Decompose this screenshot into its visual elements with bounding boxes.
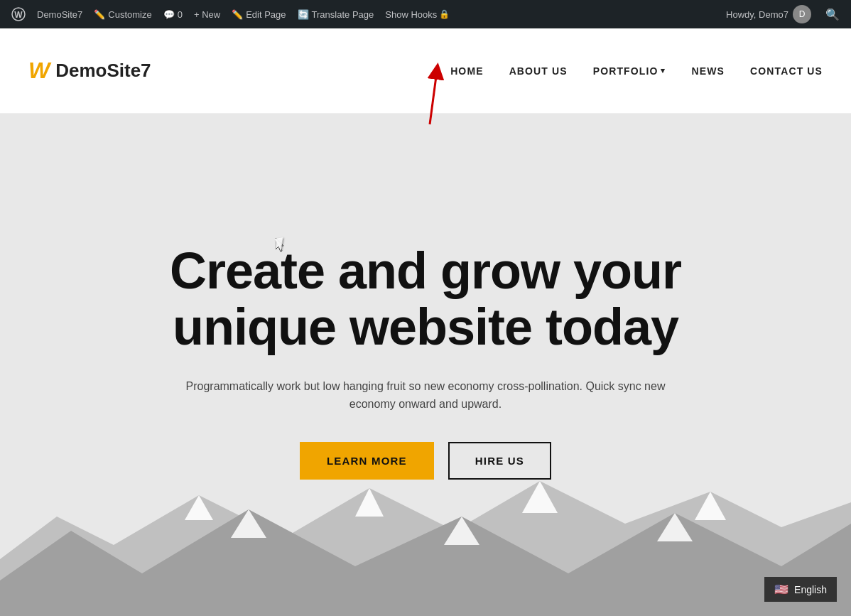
main-nav: HOME ABOUT US PORTFOLIO ▾ NEWS CONTACT U… — [450, 65, 823, 77]
language-label: English — [794, 584, 827, 595]
admin-bar-right: Howdy, Demo7 D 🔍 — [720, 0, 845, 28]
hero-section: Create and grow your unique website toda… — [0, 114, 851, 616]
hero-title: Create and grow your unique website toda… — [170, 243, 681, 355]
show-hooks-link[interactable]: Show Hooks 🔒 — [379, 0, 455, 28]
svg-text:W: W — [14, 10, 23, 20]
translate-page-link[interactable]: 🔄 Translate Page — [292, 0, 380, 28]
comments-link[interactable]: 💬 0 — [158, 0, 188, 28]
nav-news[interactable]: NEWS — [692, 65, 725, 77]
site-name-text: DemoSite7 — [37, 9, 82, 20]
howdy-menu[interactable]: Howdy, Demo7 D — [720, 0, 817, 28]
customize-link[interactable]: ✏️ Customize — [88, 0, 157, 28]
wp-logo[interactable]: W — [6, 0, 31, 28]
site-logo[interactable]: W DemoSite7 — [28, 58, 151, 84]
learn-more-button[interactable]: LEARN MORE — [300, 442, 434, 480]
site-name-link[interactable]: DemoSite7 — [31, 0, 88, 28]
portfolio-chevron-icon: ▾ — [661, 66, 666, 75]
lock-icon: 🔒 — [439, 9, 450, 19]
nav-about-us[interactable]: ABOUT US — [509, 65, 568, 77]
edit-page-link[interactable]: ✏️ Edit Page — [226, 0, 291, 28]
avatar: D — [793, 5, 811, 23]
hire-us-button[interactable]: HIRE US — [448, 442, 551, 480]
site-header: W DemoSite7 HOME ABOUT US PORTFOLIO ▾ NE… — [0, 28, 851, 114]
customize-icon: ✏️ — [94, 9, 105, 20]
admin-bar: W DemoSite7 ✏️ Customize 💬 0 + New ✏️ Ed… — [0, 0, 851, 28]
hero-subtitle: Programmatically work but low hanging fr… — [177, 377, 674, 414]
comments-icon: 💬 — [163, 9, 175, 20]
main-area: W DemoSite7 HOME ABOUT US PORTFOLIO ▾ NE… — [0, 28, 851, 616]
translate-icon: 🔄 — [298, 9, 309, 20]
hero-buttons: LEARN MORE HIRE US — [170, 442, 681, 480]
language-switcher[interactable]: 🇺🇸 English — [764, 577, 837, 602]
edit-icon: ✏️ — [232, 9, 243, 20]
flag-icon: 🇺🇸 — [774, 583, 788, 596]
logo-w-icon: W — [28, 58, 50, 84]
nav-home[interactable]: HOME — [450, 65, 483, 77]
nav-contact-us[interactable]: CONTACT US — [750, 65, 823, 77]
site-title: DemoSite7 — [55, 60, 151, 82]
new-link[interactable]: + New — [188, 0, 226, 28]
admin-search-button[interactable]: 🔍 — [820, 0, 845, 28]
nav-portfolio[interactable]: PORTFOLIO ▾ — [593, 65, 666, 77]
hero-content: Create and grow your unique website toda… — [170, 243, 681, 501]
